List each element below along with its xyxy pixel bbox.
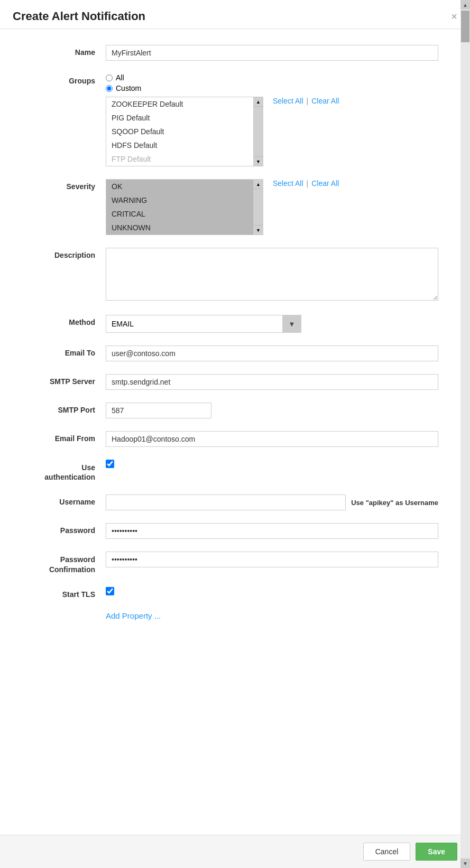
email-to-label: Email To	[32, 346, 106, 357]
use-auth-checkbox-wrapper	[106, 460, 438, 468]
groups-listbox-with-scrollbar: ZOOKEEPER Default PIG Default SQOOP Defa…	[106, 97, 263, 166]
password-confirm-control	[106, 552, 438, 567]
description-label: Description	[32, 248, 106, 259]
smtp-port-input[interactable]	[106, 403, 211, 418]
email-to-input[interactable]	[106, 346, 438, 361]
severity-row: Severity OK WARNING CRITICAL UNKNOWN ▲	[0, 174, 470, 240]
groups-radio-all[interactable]: All	[106, 73, 438, 82]
use-auth-checkbox[interactable]	[106, 460, 114, 468]
password-control	[106, 523, 438, 539]
severity-actions-row: Select All | Clear All	[273, 179, 339, 188]
dialog-footer: Cancel Save	[0, 835, 470, 868]
severity-label: Severity	[32, 179, 106, 191]
severity-listbox: OK WARNING CRITICAL UNKNOWN	[106, 179, 254, 235]
method-row: Method EMAIL SNMP SLACK PAGERDUTY ▼	[0, 310, 470, 338]
groups-clear-all-button[interactable]: Clear All	[311, 97, 339, 105]
save-button[interactable]: Save	[416, 843, 457, 861]
list-item[interactable]: OK	[106, 180, 253, 193]
name-row: Name	[0, 40, 470, 66]
dialog-title: Create Alert Notification	[13, 10, 145, 23]
start-tls-control	[106, 587, 438, 595]
smtp-port-control	[106, 403, 438, 418]
list-item[interactable]: PIG Default	[106, 111, 253, 125]
password-confirm-input[interactable]	[106, 552, 438, 567]
name-label: Name	[32, 45, 106, 57]
use-auth-label: Useauthentication	[32, 460, 106, 482]
list-item[interactable]: ZOOKEEPER Default	[106, 97, 253, 111]
separator: |	[307, 97, 309, 105]
list-item[interactable]: WARNING	[106, 193, 253, 207]
cancel-button[interactable]: Cancel	[363, 843, 411, 861]
groups-radio-custom-input[interactable]	[106, 85, 113, 92]
scroll-thumb[interactable]	[461, 11, 469, 42]
smtp-server-label: SMTP Server	[32, 374, 106, 386]
list-item[interactable]: UNKNOWN	[106, 221, 253, 235]
email-from-input[interactable]	[106, 431, 438, 447]
description-row: Description	[0, 242, 470, 307]
scrollbar[interactable]: ▲ ▼	[460, 0, 470, 868]
scroll-up-arrow[interactable]: ▲	[460, 0, 470, 10]
list-item[interactable]: FTP Default	[106, 152, 253, 166]
groups-radio-custom[interactable]: Custom	[106, 84, 438, 92]
list-item[interactable]: CRITICAL	[106, 207, 253, 221]
scroll-down-arrow[interactable]: ▼	[460, 858, 470, 868]
password-confirm-row: PasswordConfirmation	[0, 546, 470, 579]
method-control: EMAIL SNMP SLACK PAGERDUTY ▼	[106, 315, 438, 333]
description-input[interactable]	[106, 248, 438, 301]
add-property-control: Add Property ...	[106, 611, 438, 620]
username-label: Username	[32, 494, 106, 506]
close-button[interactable]: ×	[451, 11, 457, 22]
smtp-server-control	[106, 374, 438, 390]
email-from-row: Email From	[0, 426, 470, 452]
start-tls-checkbox[interactable]	[106, 587, 114, 595]
severity-control: OK WARNING CRITICAL UNKNOWN ▲ ▼	[106, 179, 438, 235]
groups-scroll-down[interactable]: ▼	[254, 156, 263, 166]
smtp-port-row: SMTP Port	[0, 397, 470, 424]
start-tls-checkbox-wrapper	[106, 587, 438, 595]
username-hint: Use "apikey" as Username	[351, 499, 438, 507]
email-to-control	[106, 346, 438, 361]
dialog: ▲ ▼ Create Alert Notification × Name Gro…	[0, 0, 470, 868]
severity-scroll-down[interactable]: ▼	[254, 225, 263, 235]
password-row: Password	[0, 518, 470, 544]
severity-listbox-scrollbar[interactable]: ▲ ▼	[254, 179, 263, 235]
smtp-server-input[interactable]	[106, 374, 438, 390]
groups-radio-custom-label: Custom	[116, 84, 141, 92]
groups-radio-all-label: All	[116, 73, 124, 82]
groups-side-actions: Select All | Clear All	[268, 97, 339, 105]
name-input[interactable]	[106, 45, 438, 61]
groups-row: Groups All Custom ZOOKEEPER Defaul	[0, 68, 470, 172]
severity-listbox-with-scrollbar: OK WARNING CRITICAL UNKNOWN ▲ ▼	[106, 179, 263, 235]
method-select[interactable]: EMAIL SNMP SLACK PAGERDUTY	[106, 315, 301, 333]
groups-listbox-wrapper: ZOOKEEPER Default PIG Default SQOOP Defa…	[106, 97, 438, 166]
groups-listbox: ZOOKEEPER Default PIG Default SQOOP Defa…	[106, 97, 254, 166]
username-row: Username Use "apikey" as Username	[0, 489, 470, 516]
password-input[interactable]	[106, 523, 438, 539]
groups-radio-all-input[interactable]	[106, 74, 113, 81]
groups-select-all-button[interactable]: Select All	[273, 97, 303, 105]
smtp-server-row: SMTP Server	[0, 369, 470, 395]
severity-scroll-up[interactable]: ▲	[254, 180, 263, 189]
list-item[interactable]: SQOOP Default	[106, 125, 253, 138]
groups-scroll-up[interactable]: ▲	[254, 97, 263, 107]
groups-control: All Custom ZOOKEEPER Default PIG Default…	[106, 73, 438, 166]
username-control: Use "apikey" as Username	[106, 494, 438, 510]
add-property-link[interactable]: Add Property ...	[106, 606, 161, 626]
groups-listbox-scrollbar[interactable]: ▲ ▼	[254, 97, 263, 166]
groups-radio-group: All Custom	[106, 73, 438, 92]
dialog-body: Name Groups All Custom	[0, 29, 470, 835]
email-from-label: Email From	[32, 431, 106, 443]
email-from-control	[106, 431, 438, 447]
list-item[interactable]: HDFS Default	[106, 138, 253, 152]
password-label: Password	[32, 523, 106, 535]
smtp-port-label: SMTP Port	[32, 403, 106, 414]
separator: |	[307, 179, 309, 188]
username-input[interactable]	[106, 494, 346, 510]
severity-select-all-button[interactable]: Select All	[273, 179, 303, 188]
start-tls-row: Start TLS	[0, 582, 470, 604]
severity-side-actions: Select All | Clear All	[268, 179, 339, 188]
email-to-row: Email To	[0, 340, 470, 367]
severity-clear-all-button[interactable]: Clear All	[311, 179, 339, 188]
add-property-row: Add Property ...	[0, 606, 470, 626]
groups-label: Groups	[32, 73, 106, 85]
